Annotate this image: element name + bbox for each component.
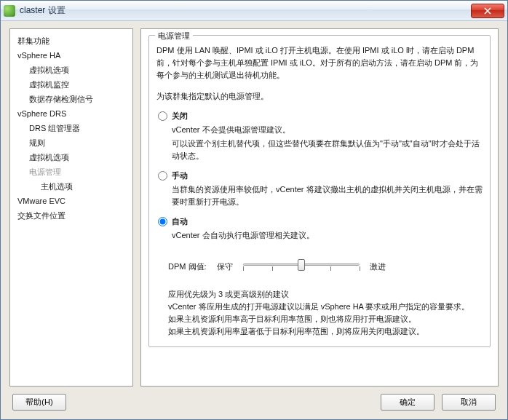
note-line: 如果主机资源利用率显著低于目标利用率范围，则将应用关闭电源建议。	[168, 325, 483, 338]
option-radio-manual[interactable]	[158, 171, 167, 181]
sidebar-item-12[interactable]: 交换文件位置	[13, 208, 130, 223]
button-bar: 帮助(H) 确定 取消	[9, 387, 499, 412]
sidebar: 群集功能vSphere HA虚拟机选项虚拟机监控数据存储检测信号vSphere …	[9, 28, 133, 387]
option-manual: 手动当群集的资源使用率较低时，vCenter 将建议撤出主机的虚拟机并关闭主机电…	[156, 170, 483, 208]
content-panes: 群集功能vSphere HA虚拟机选项虚拟机监控数据存储检测信号vSphere …	[9, 28, 499, 387]
sidebar-item-4[interactable]: 数据存储检测信号	[13, 92, 130, 106]
close-icon	[484, 7, 491, 15]
option-text: vCenter 会自动执行电源管理相关建议。	[172, 229, 483, 242]
close-button[interactable]	[471, 4, 504, 18]
app-icon	[4, 5, 15, 17]
threshold-row: DPM 阈值: 保守 激进	[156, 258, 483, 275]
settings-window: claster 设置 群集功能vSphere HA虚拟机选项虚拟机监控数据存储检…	[0, 0, 508, 420]
cancel-button[interactable]: 取消	[442, 394, 496, 411]
options-list: 关闭vCenter 不会提供电源管理建议。可以设置个别主机替代项，但这些替代项要…	[156, 110, 483, 242]
threshold-right: 激进	[370, 261, 386, 273]
help-button[interactable]: 帮助(H)	[12, 394, 66, 411]
ok-button[interactable]: 确定	[381, 394, 434, 411]
titlebar: claster 设置	[1, 1, 507, 21]
option-off: 关闭vCenter 不会提供电源管理建议。可以设置个别主机替代项，但这些替代项要…	[156, 110, 483, 162]
threshold-slider[interactable]	[243, 258, 360, 275]
option-title-off: 关闭	[172, 110, 483, 122]
sidebar-item-8[interactable]: 虚拟机选项	[13, 150, 130, 165]
recommendation-notes: 应用优先级为 3 或更高级别的建议vCenter 将应用生成的打开电源建议以满足…	[156, 288, 483, 338]
option-text: 当群集的资源使用率较低时，vCenter 将建议撤出主机的虚拟机并关闭主机电源，…	[172, 183, 483, 208]
sidebar-item-1[interactable]: vSphere HA	[13, 48, 130, 63]
subhead-text: 为该群集指定默认的电源管理。	[156, 90, 483, 103]
option-radio-off[interactable]	[158, 111, 167, 121]
threshold-label: DPM 阈值:	[168, 261, 207, 273]
option-title-auto: 自动	[172, 215, 483, 228]
note-line: 如果主机资源利用率高于目标利用率范围，则也将应用打开电源建议。	[168, 313, 483, 325]
window-title: claster 设置	[20, 4, 471, 17]
slider-tick	[243, 266, 244, 271]
option-title-manual: 手动	[172, 170, 483, 182]
group-title: 电源管理	[155, 30, 193, 42]
sidebar-item-2[interactable]: 虚拟机选项	[13, 63, 130, 77]
note-line: 应用优先级为 3 或更高级别的建议	[168, 288, 483, 301]
client-area: 群集功能vSphere HA虚拟机选项虚拟机监控数据存储检测信号vSphere …	[1, 21, 507, 419]
power-management-group: 电源管理 DPM 使用 LAN 唤醒、IPMI 或 iLO 打开主机电源。在使用…	[148, 35, 491, 347]
sidebar-item-9[interactable]: 电源管理	[13, 165, 130, 179]
threshold-left: 保守	[217, 261, 233, 273]
slider-tick	[330, 266, 331, 271]
slider-thumb[interactable]	[298, 259, 305, 271]
sidebar-item-6[interactable]: DRS 组管理器	[13, 121, 130, 135]
option-text: 可以设置个别主机替代项，但这些替代项要在群集默认值为"手动"或"自动"时才会处于…	[172, 138, 483, 162]
sidebar-item-10[interactable]: 主机选项	[13, 179, 130, 194]
slider-tick	[360, 266, 360, 271]
option-radio-auto[interactable]	[158, 217, 167, 226]
slider-tick	[272, 266, 273, 271]
option-text: vCenter 不会提供电源管理建议。	[172, 124, 483, 136]
sidebar-item-5[interactable]: vSphere DRS	[13, 106, 130, 121]
sidebar-item-3[interactable]: 虚拟机监控	[13, 77, 130, 92]
main-panel: 电源管理 DPM 使用 LAN 唤醒、IPMI 或 iLO 打开主机电源。在使用…	[140, 28, 499, 387]
intro-text: DPM 使用 LAN 唤醒、IPMI 或 iLO 打开主机电源。在使用 IPMI…	[156, 44, 483, 82]
sidebar-item-11[interactable]: VMware EVC	[13, 194, 130, 208]
sidebar-item-0[interactable]: 群集功能	[13, 33, 130, 48]
note-line: vCenter 将应用生成的打开电源建议以满足 vSphere HA 要求或用户…	[168, 301, 483, 313]
sidebar-item-7[interactable]: 规则	[13, 135, 130, 150]
option-auto: 自动vCenter 会自动执行电源管理相关建议。	[156, 215, 483, 242]
